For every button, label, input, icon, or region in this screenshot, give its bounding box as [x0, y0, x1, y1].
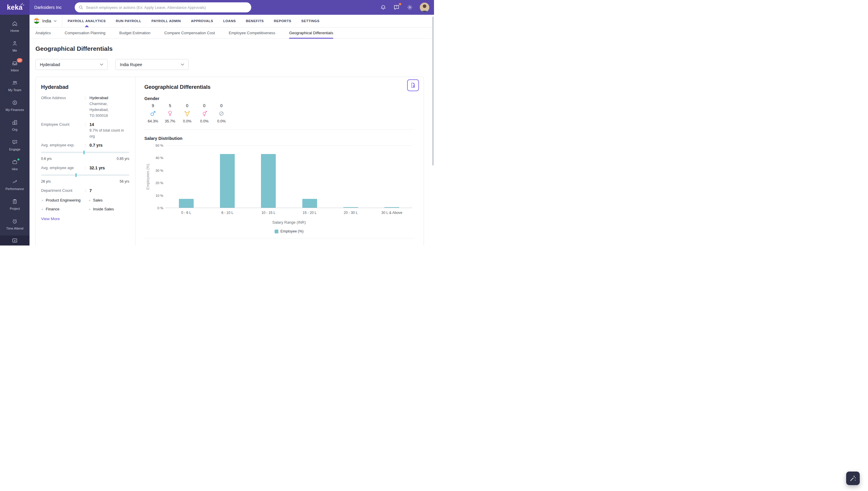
- tab-settings[interactable]: SETTINGS: [302, 15, 320, 27]
- department-name: Product Engineering: [46, 198, 81, 203]
- avg-age-label: Avg. employee age: [41, 165, 85, 171]
- department-item: Finance: [41, 206, 89, 212]
- bar-slot: [371, 146, 413, 208]
- sidebar-item-home[interactable]: Home: [0, 17, 30, 36]
- view-more-link[interactable]: View More: [41, 216, 60, 221]
- plot-column: 0 - 6 L6 - 10 L10 - 15 L15 - 20 L20 - 30…: [166, 145, 415, 233]
- tab-reports[interactable]: REPORTS: [274, 15, 291, 27]
- india-flag-icon: [34, 18, 39, 24]
- tab-benefits[interactable]: BENEFITS: [246, 15, 264, 27]
- settings-gear-icon[interactable]: [407, 4, 413, 10]
- tab-payroll-admin[interactable]: PAYROLL ADMIN: [151, 15, 181, 27]
- notifications-bell-icon[interactable]: [380, 4, 386, 10]
- export-report-icon: [410, 82, 416, 88]
- female-icon: [162, 109, 178, 118]
- location-select[interactable]: Hyderabad: [35, 59, 108, 70]
- search-input[interactable]: [75, 2, 251, 12]
- bar-slot: [330, 146, 371, 208]
- page-content: Geographical Differentials Hyderabad Ind…: [30, 45, 434, 246]
- user-avatar[interactable]: [420, 3, 429, 12]
- department-count-row: Department Count 7: [41, 187, 129, 194]
- sidebar-item-label: Home: [10, 29, 19, 32]
- geo-differentials-card: Hyderabad Office Address Hyderabad Charm…: [35, 77, 424, 246]
- tab-payroll-analytics[interactable]: PAYROLL ANALYTICS: [67, 15, 106, 27]
- export-button[interactable]: [407, 79, 419, 91]
- subtab-analytics[interactable]: Analytics: [35, 27, 51, 38]
- sidebar-item-label: Inbox: [11, 68, 19, 72]
- differentials-panel: Geographical Differentials Gender 9 64.3…: [136, 77, 424, 246]
- bar-slot: [289, 146, 330, 208]
- country-selector[interactable]: India: [30, 15, 62, 27]
- help-chat-icon[interactable]: ?: [393, 4, 400, 11]
- sidebar-item-me[interactable]: Me: [0, 36, 30, 56]
- gender-count: 9: [144, 103, 162, 108]
- vertical-scrollbar[interactable]: [432, 17, 434, 166]
- currency-select[interactable]: India Rupee: [115, 59, 189, 70]
- employee-count-note: 9.7% of total count in org: [89, 127, 129, 139]
- sidebar-item-my-team[interactable]: My Team: [0, 76, 30, 96]
- gender-pct: 0.0%: [178, 119, 196, 123]
- gender-pct: 64.3%: [144, 119, 162, 123]
- chevron-down-icon: [181, 63, 184, 65]
- gender-count: 0: [196, 103, 213, 108]
- svg-text:$: $: [14, 101, 16, 104]
- exp-range-labels: 0.6 yrs 0.85 yrs: [41, 157, 129, 161]
- age-max-label: 56 yrs: [119, 179, 129, 183]
- bullet-icon: [89, 209, 90, 210]
- gender-pct: 35.7%: [162, 119, 178, 123]
- sidebar-item-label: Project: [10, 207, 20, 210]
- keka-logo[interactable]: keka: [0, 0, 30, 15]
- gender-stats: 9 64.3% 5 35.7% 0 0.0%: [144, 103, 415, 123]
- subtab-compare-compensation-cost[interactable]: Compare Compensation Cost: [164, 27, 215, 38]
- svg-text:?: ?: [396, 6, 397, 8]
- office-address-label: Office Address: [41, 95, 85, 101]
- sidebar-item-inbox[interactable]: 37 Inbox: [0, 56, 30, 76]
- y-axis-tick: 50 %: [156, 144, 163, 147]
- gender-title: Gender: [144, 96, 415, 101]
- sidebar-item-performance[interactable]: Performance: [0, 175, 30, 195]
- gender-stat-transgender: 0 0.0%: [178, 103, 196, 123]
- sidebar-item-label: Me: [12, 49, 17, 52]
- chevron-down-icon: [54, 20, 57, 22]
- y-axis-tick: 40 %: [156, 156, 163, 160]
- sidebar-item-engage[interactable]: Engage: [0, 135, 30, 155]
- avg-exp-row: Avg. employee exp. 0.7 yrs: [41, 142, 129, 148]
- company-name: Darksiders Inc: [34, 5, 64, 10]
- department-name: Finance: [46, 206, 59, 212]
- subtab-geographical-differentials[interactable]: Geographical Differentials: [289, 27, 333, 38]
- address-line: Charminar,: [89, 101, 129, 107]
- tab-run-payroll[interactable]: RUN PAYROLL: [116, 15, 141, 27]
- sidebar-item-hire[interactable]: Hire: [0, 155, 30, 175]
- department-count-value: 7: [89, 187, 129, 194]
- sidebar-item-org[interactable]: Org: [0, 115, 30, 135]
- bullet-icon: [89, 200, 90, 201]
- y-axis-title: Employees (%): [144, 145, 151, 208]
- subtab-employee-competitiveness[interactable]: Employee Competitiveness: [229, 27, 276, 38]
- hire-status-dot: [17, 158, 20, 161]
- filters: Hyderabad India Rupee: [35, 59, 434, 70]
- department-name: Inside Sales: [93, 206, 114, 212]
- sidebar-item-project[interactable]: Project: [0, 195, 30, 214]
- employee-count-value: 14: [89, 121, 129, 127]
- colon: [85, 165, 89, 171]
- department-item: Inside Sales: [89, 206, 129, 212]
- subtab-budget-estimation[interactable]: Budget Estimation: [119, 27, 150, 38]
- gender-section: Gender 9 64.3% 5 35.7% 0: [144, 96, 415, 123]
- sidebar-item-my-finances[interactable]: $ My Finances: [0, 96, 30, 115]
- sidebar-item-label: Time Attend: [6, 227, 23, 230]
- module-tabs: PAYROLL ANALYTICS RUN PAYROLL PAYROLL AD…: [67, 15, 319, 27]
- svg-text:$: $: [14, 239, 16, 242]
- sidebar-item-time-attend[interactable]: Time Attend: [0, 214, 30, 234]
- tab-approvals[interactable]: APPROVALS: [191, 15, 213, 27]
- differentials-title: Geographical Differentials: [144, 84, 415, 90]
- salary-distribution-chart: Employees (%) 50 %40 %30 %20 %10 %0 % 0 …: [144, 145, 415, 233]
- plot-area: [166, 145, 413, 208]
- x-axis-category: 15 - 20 L: [289, 211, 330, 215]
- sidebar-item-label: Hire: [12, 167, 18, 171]
- subtab-compensation-planning[interactable]: Compensation Planning: [65, 27, 105, 38]
- sidebar-item-payroll[interactable]: $: [0, 235, 30, 246]
- search-icon: [79, 5, 83, 10]
- x-axis-category: 0 - 6 L: [166, 211, 207, 215]
- tab-loans[interactable]: LOANS: [223, 15, 236, 27]
- help-badge-dot: [398, 3, 401, 6]
